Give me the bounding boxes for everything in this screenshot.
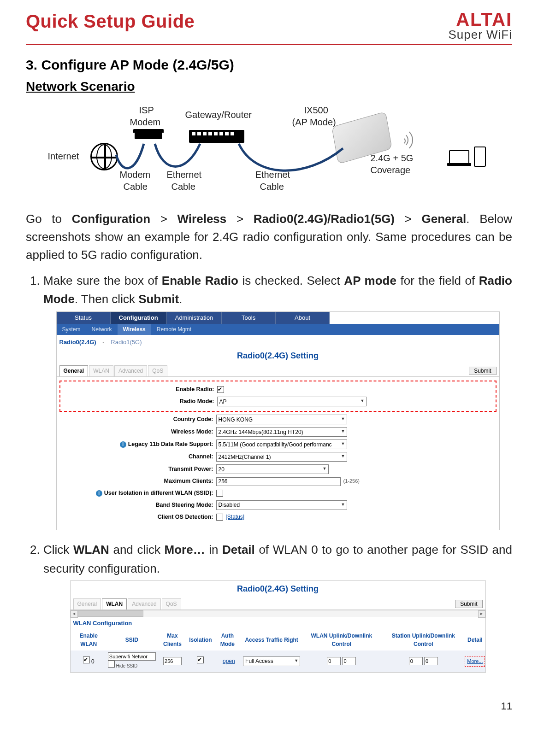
nav-instruction: Go to Configuration > Wireless > Radio0(… (26, 210, 512, 264)
link-auth-mode[interactable]: open (223, 658, 235, 664)
checkbox-os-detect[interactable] (216, 514, 223, 521)
col-auth-mode: Auth Mode (213, 630, 242, 651)
subtab-system[interactable]: System (57, 324, 86, 335)
panel-title-2: Radio0(2.4G) Setting (71, 581, 485, 598)
select-country[interactable]: HONG KONG (216, 415, 347, 424)
col-ssid: SSID (107, 630, 157, 651)
label-wireless-mode: Wireless Mode: (61, 428, 216, 436)
col-isolation: Isolation (188, 630, 213, 651)
input-sta-downlink[interactable]: 0 (424, 657, 438, 665)
input-wlan-downlink[interactable]: 0 (342, 657, 356, 665)
select-band-steering[interactable]: Disabled (216, 500, 347, 510)
brand-logo-text: ALTAI (448, 11, 512, 28)
select-channel[interactable]: 2412MHz(Channel 1) (216, 452, 347, 462)
diagram-label-modemcable1: Modem (120, 170, 151, 180)
gentab-qos[interactable]: QoS (148, 365, 167, 376)
gentab-advanced[interactable]: Advanced (114, 365, 147, 376)
tab-administration[interactable]: Administration (167, 312, 222, 324)
checkbox-enable-wlan-0[interactable] (83, 656, 90, 663)
col-station-ctrl: Station Uplink/Downlink Control (382, 630, 465, 651)
wlan-index: 0 (91, 658, 95, 665)
select-legacy[interactable]: 5.5/11M (Good compatibility/Good perform… (216, 440, 347, 449)
wlan-config-heading: WLAN Configuration (71, 617, 485, 630)
submit-button-2[interactable]: Submit (455, 600, 482, 608)
step-1: Make sure the box of Enable Radio is che… (43, 271, 512, 530)
info-icon[interactable]: i (120, 441, 126, 448)
label-country: Country Code: (61, 415, 216, 424)
diagram-label-eth2b: Cable (260, 182, 284, 192)
screenshot-wlan: Radio0(2.4G) Setting General WLAN Advanc… (70, 580, 486, 673)
col-access: Access Traffic Right (242, 630, 301, 651)
gentab2-advanced[interactable]: Advanced (128, 598, 160, 609)
input-max-clients[interactable]: 256 (216, 477, 341, 486)
laptop-icon (449, 150, 469, 164)
gentab2-wlan[interactable]: WLAN (102, 598, 127, 609)
network-diagram: Internet ISP Modem Gateway/Router IX500 … (48, 100, 491, 202)
diagram-label-coverage1: 2.4G + 5G (371, 153, 414, 164)
highlight-enable-radio-mode: Enable Radio: Radio Mode: AP (59, 381, 497, 412)
input-ssid[interactable]: Superwifi Networ (108, 652, 156, 661)
diagram-label-coverage2: Coverage (371, 165, 411, 176)
checkbox-isolation[interactable] (216, 490, 223, 497)
gentab-wlan[interactable]: WLAN (89, 365, 113, 376)
link-status[interactable]: [Status] (226, 513, 245, 522)
label-transmit-power: Transmit Power: (61, 465, 216, 474)
tab-tools[interactable]: Tools (222, 312, 276, 324)
label-enable-radio: Enable Radio: (62, 385, 217, 394)
sub-tabs: System Network Wireless Remote Mgmt (57, 324, 499, 335)
doc-title: Quick Setup Guide (26, 11, 195, 32)
tab-status[interactable]: Status (57, 312, 111, 324)
screenshot-radio-general: Status Configuration Administration Tool… (56, 311, 500, 531)
page-number: 11 (0, 696, 538, 721)
select-access[interactable]: Full Access (243, 656, 300, 666)
diagram-label-eth1b: Cable (171, 182, 195, 192)
gentab-general[interactable]: General (59, 365, 89, 376)
input-wlan-uplink[interactable]: 0 (327, 657, 341, 665)
scroll-right-icon[interactable]: ► (478, 610, 485, 618)
top-tabs: Status Configuration Administration Tool… (57, 312, 499, 324)
scroll-left-icon[interactable]: ◄ (71, 610, 78, 618)
submit-button[interactable]: Submit (469, 367, 496, 375)
radio1-tab[interactable]: Radio1(5G) (111, 339, 142, 346)
tab-configuration[interactable]: Configuration (111, 312, 167, 324)
phone-icon (474, 147, 486, 167)
gentab2-general[interactable]: General (73, 598, 101, 609)
label-isolation: iUser Isolation in different WLAN (SSID)… (61, 489, 216, 498)
label-band-steering: Band Steering Mode: (61, 501, 216, 510)
select-transmit-power[interactable]: 20 (216, 464, 329, 474)
radio0-tab[interactable]: Radio0(2.4G) (59, 339, 96, 346)
wlan-table: Enable WLAN SSID Max Clients Isolation A… (71, 630, 485, 672)
checkbox-isolation-row[interactable] (197, 656, 204, 663)
brand-logo-sub: Super WiFi (448, 28, 512, 42)
scroll-thumb[interactable] (78, 610, 143, 617)
diagram-label-modemcable2: Cable (124, 182, 148, 192)
info-icon[interactable]: i (96, 490, 102, 497)
input-sta-uplink[interactable]: 0 (409, 657, 423, 665)
panel-title: Radio0(2.4G) Setting (57, 348, 499, 365)
col-max-clients: Max Clients (157, 630, 188, 651)
input-max-clients-row[interactable]: 256 (163, 657, 182, 665)
tab-about[interactable]: About (276, 312, 330, 324)
label-legacy: iLegacy 11b Data Rate Support: (61, 440, 216, 449)
label-hide-ssid: Hide SSID (116, 663, 138, 668)
table-row: 0 Superwifi Networ Hide SSID 256 open Fu… (71, 651, 485, 672)
h-scrollbar[interactable]: ◄ ► (71, 610, 485, 617)
gentab2-qos[interactable]: QoS (162, 598, 181, 609)
section-heading: 3. Configure AP Mode (2.4G/5G) (26, 57, 512, 73)
label-channel: Channel: (61, 452, 216, 461)
col-wlan-ctrl: WLAN Uplink/Downlink Control (301, 630, 382, 651)
subsection-heading: Network Scenario (26, 79, 512, 94)
checkbox-enable-radio[interactable] (217, 386, 224, 393)
subtab-wireless[interactable]: Wireless (118, 324, 151, 335)
link-more-detail[interactable]: More... (467, 658, 483, 664)
diagram-label-eth2a: Ethernet (255, 170, 290, 180)
col-detail: Detail (465, 630, 485, 651)
select-radio-mode[interactable]: AP (217, 397, 367, 406)
select-wireless-mode[interactable]: 2.4GHz 144Mbps(802.11ng HT20) (216, 427, 347, 437)
subtab-network[interactable]: Network (86, 324, 118, 335)
subtab-remote-mgmt[interactable]: Remote Mgmt (151, 324, 197, 335)
label-os-detect: Client OS Detection: (61, 513, 216, 522)
section-number: 3. (26, 57, 37, 72)
label-max-clients: Maximum Clients: (61, 477, 216, 486)
checkbox-hide-ssid[interactable] (108, 661, 115, 668)
